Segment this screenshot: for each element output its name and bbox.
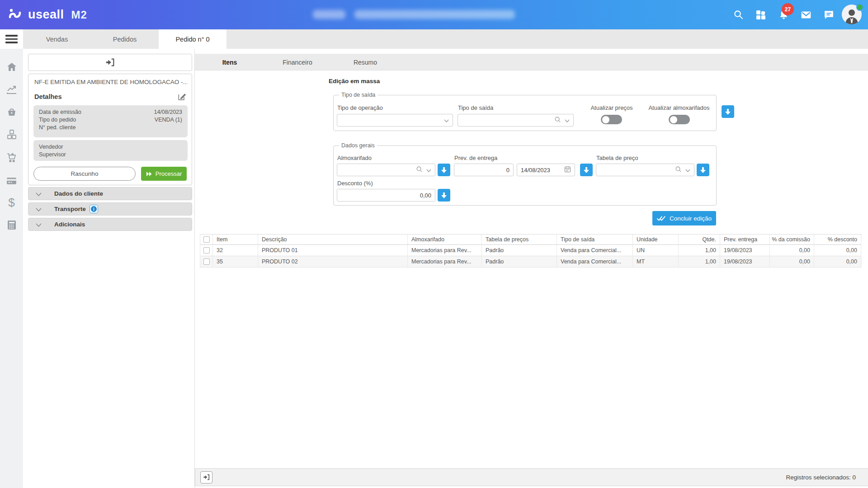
section-adicionais[interactable]: Adicionais [28, 218, 192, 231]
tipo-saida-combo[interactable] [458, 114, 574, 127]
column-header[interactable]: Item [213, 235, 258, 245]
row-checkbox[interactable] [203, 247, 210, 253]
desconto-value: 0,00 [420, 192, 431, 199]
apps-grid-icon[interactable] [750, 0, 772, 29]
tab-resumo[interactable]: Resumo [331, 54, 399, 70]
user-avatar[interactable] [842, 5, 863, 25]
items-table: ItemDescriçãoAlmoxarifadoTabela de preço… [200, 234, 862, 267]
table-row[interactable]: 32PRODUTO 01Mercadorias para Rev...Padrã… [200, 245, 862, 256]
table-row[interactable]: 35PRODUTO 02Mercadorias para Rev...Padrã… [200, 256, 862, 267]
table-cell: 1,00 [679, 256, 720, 267]
order-detail-box: Data de emissão14/08/2023 Tipo do pedido… [33, 105, 188, 137]
search-icon [554, 116, 561, 124]
notifications-bell-icon[interactable]: 27 [772, 0, 795, 29]
edit-details-icon[interactable] [177, 92, 186, 103]
chevron-down-icon [685, 167, 690, 174]
table-cell: Mercadorias para Rev... [408, 245, 482, 256]
apply-almoxarifado-button[interactable] [438, 164, 450, 176]
atualizar-almoxarifados-toggle[interactable] [669, 115, 690, 124]
search-icon[interactable] [727, 0, 750, 29]
arrow-down-icon [725, 108, 731, 115]
table-cell: Padrão [482, 245, 557, 256]
apply-tipo-saida-button[interactable] [722, 105, 734, 118]
concluir-edicao-button[interactable]: Concluir edição [652, 211, 716, 225]
mail-icon[interactable] [795, 0, 817, 29]
arrow-down-icon [700, 167, 706, 174]
column-header[interactable]: % da comissão [770, 235, 814, 245]
column-header[interactable]: Tipo de saída [557, 235, 633, 245]
section-transporte[interactable]: Transporte i [28, 202, 192, 216]
transporte-info-icon[interactable]: i [90, 205, 98, 213]
chevron-down-icon [36, 205, 42, 213]
column-header[interactable]: Tabela de preços [482, 235, 557, 245]
chat-icon[interactable] [817, 0, 840, 29]
home-icon[interactable] [0, 58, 23, 76]
tab-vendas[interactable]: Vendas [23, 29, 91, 49]
apply-prev-entrega-button[interactable] [580, 164, 593, 176]
credit-card-icon[interactable] [0, 172, 23, 190]
tabela-preco-combo[interactable] [596, 164, 694, 176]
tab-pedido-n0[interactable]: Pedido n° 0 [159, 29, 226, 49]
chart-trend-icon[interactable] [0, 80, 23, 99]
prev-entrega-date-input[interactable]: 14/08/2023 [517, 164, 575, 176]
row-checkbox-cell [200, 256, 213, 267]
desconto-input[interactable]: 0,00 [337, 189, 435, 202]
atualizar-precos-toggle[interactable] [601, 115, 622, 124]
column-header[interactable]: Unidade [633, 235, 679, 245]
tab-pedidos[interactable]: Pedidos [91, 29, 159, 49]
basket-icon[interactable] [0, 103, 23, 121]
table-cell: 1,00 [679, 245, 720, 256]
table-cell: UN [633, 245, 679, 256]
table-cell: PRODUTO 01 [258, 245, 408, 256]
detail-value: VENDA (1) [155, 116, 182, 124]
row-checkbox[interactable] [203, 258, 210, 265]
tab-financeiro-label: Financeiro [283, 59, 312, 66]
table-cell: MT [633, 256, 679, 267]
atualizar-almoxarifados-label: Atualizar almoxarifados [643, 104, 715, 111]
dollar-icon[interactable]: $ [0, 193, 23, 211]
footer-bar: Registros selecionados: 0 [195, 468, 868, 486]
salespeople-box: Vendedor Supervisor [33, 140, 188, 161]
apply-tabela-preco-button[interactable] [697, 164, 709, 176]
tab-financeiro[interactable]: Financeiro [264, 54, 331, 70]
fast-forward-icon [146, 171, 152, 177]
prev-entrega-qty-input[interactable]: 0 [454, 164, 514, 176]
table-cell: 35 [213, 256, 258, 267]
brand-logo[interactable]: useall M2 [0, 8, 87, 22]
collapse-panel-button[interactable] [28, 54, 192, 71]
tipo-saida-legend: Tipo de saída [339, 92, 377, 98]
panel-divider [194, 49, 195, 488]
detail-label: N° ped. cliente [39, 124, 75, 131]
table-cell: PRODUTO 02 [258, 256, 408, 267]
column-header[interactable]: % desconto [814, 235, 861, 245]
useall-logo-icon [8, 8, 24, 22]
calculator-icon[interactable] [0, 216, 23, 234]
tipo-operacao-select[interactable] [337, 114, 453, 127]
section-dados-do-cliente[interactable]: Dados do cliente [28, 187, 192, 200]
tipo-saida-label: Tipo de saída [458, 104, 493, 111]
cart-plus-icon[interactable] [0, 148, 23, 166]
chevron-down-icon [565, 117, 570, 124]
redacted-header-text [354, 10, 515, 19]
column-header[interactable]: Descrição [258, 235, 408, 245]
table-cell: 0,00 [814, 256, 861, 267]
application-window: useall M2 27 [0, 0, 868, 488]
column-header[interactable]: Almoxarifado [408, 235, 482, 245]
window-tab-bar: Vendas Pedidos Pedido n° 0 [0, 29, 868, 49]
column-header[interactable]: Qtde. [679, 235, 720, 245]
detalhes-title: Detalhes [34, 93, 61, 100]
cubes-icon[interactable] [0, 126, 23, 144]
select-all-checkbox[interactable] [203, 236, 210, 243]
almoxarifado-combo[interactable] [337, 164, 435, 176]
column-header[interactable]: Prev. entrega [720, 235, 770, 245]
processar-button[interactable]: Processar [141, 167, 187, 181]
tab-itens[interactable]: Itens [196, 54, 264, 70]
table-cell: Venda para Comercial... [557, 256, 633, 267]
app-header: useall M2 27 [0, 0, 868, 29]
rascunho-button[interactable]: Rascunho [33, 167, 136, 181]
table-cell: 0,00 [770, 256, 814, 267]
desconto-label: Desconto (%) [337, 180, 373, 187]
footer-collapse-button[interactable] [200, 471, 212, 483]
menu-toggle[interactable] [0, 29, 23, 49]
apply-desconto-button[interactable] [438, 189, 450, 202]
